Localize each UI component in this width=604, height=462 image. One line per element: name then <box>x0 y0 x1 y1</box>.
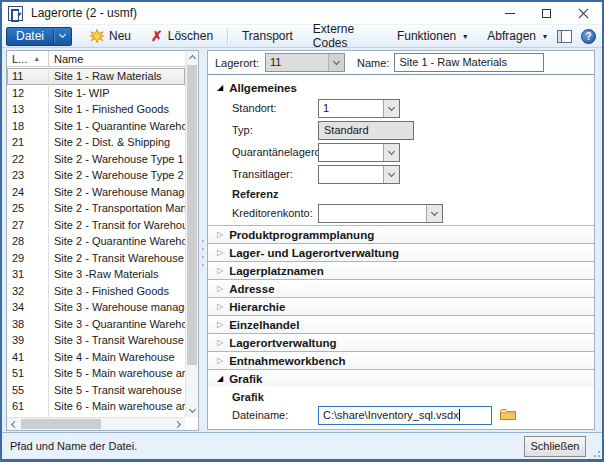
list-row[interactable]: 31Site 3 -Raw Materials <box>7 266 185 283</box>
queries-menu-button[interactable]: Abfragen ▾ <box>477 25 557 47</box>
quarantaene-label: Quarantänelagerort: <box>232 143 318 162</box>
list-row[interactable]: 23Site 2 - Warehouse Type 2 (for W. <box>7 167 185 184</box>
list-cell-name: Site 3 -Raw Materials <box>49 266 185 283</box>
scroll-up-button[interactable] <box>186 51 199 64</box>
external-codes-button[interactable]: Externe Codes <box>303 25 387 47</box>
chevron-down-icon <box>388 148 395 155</box>
details-pane: Lagerort: 11 Name: Site 1 - Raw Material… <box>207 50 595 430</box>
horizontal-scroll-thumb[interactable] <box>21 419 101 429</box>
functions-menu-button[interactable]: Funktionen ▾ <box>387 25 477 47</box>
combo-dropdown-button[interactable] <box>383 166 399 183</box>
combo-dropdown-button[interactable] <box>426 205 442 222</box>
quarantaene-combo[interactable] <box>318 143 400 162</box>
fasttab-allgemeines[interactable]: ◢ Allgemeines <box>208 79 594 97</box>
list-row[interactable]: 41Site 4 - Main Warehouse <box>7 349 185 366</box>
list-row[interactable]: 18Site 1 - Quarantine Warehouse <box>7 118 185 135</box>
fasttab-title: Lagerortverwaltung <box>229 337 336 349</box>
delete-button[interactable]: ✗ Löschen <box>141 25 223 47</box>
pane-splitter[interactable] <box>201 240 205 266</box>
collapsed-triangle-icon: ▷ <box>217 285 223 293</box>
name-label: Name: <box>357 57 389 69</box>
resize-grip[interactable] <box>590 447 600 457</box>
list-cell-name: Site 3 - Warehouse managed go.. <box>49 299 185 316</box>
lagerort-combo[interactable]: 11 <box>265 53 345 72</box>
list-row[interactable]: 21Site 2 - Dist. & Shipping <box>7 134 185 151</box>
combo-dropdown-button[interactable] <box>383 144 399 161</box>
list-cell-id: 61 <box>7 398 49 415</box>
fasttab-title: Produktprogrammplanung <box>229 229 374 241</box>
dateiname-input[interactable]: C:\share\Inventory_sql.vsdx <box>318 406 492 425</box>
list-row[interactable]: 27Site 2 - Transit for Warehouse M... <box>7 217 185 234</box>
close-button[interactable] <box>565 2 602 24</box>
list-cell-id: 51 <box>7 365 49 382</box>
fasttab-title: Lager- und Lagerortverwaltung <box>229 247 399 259</box>
standort-label: Standort: <box>232 99 318 118</box>
minimize-button[interactable] <box>491 2 528 24</box>
list-cell-id: 34 <box>7 299 49 316</box>
fasttab-einzelhandel[interactable]: ▷Einzelhandel <box>208 315 594 333</box>
list-row[interactable]: 38Site 3 - Quarantine Warehouse <box>7 316 185 333</box>
standort-combo[interactable]: 1 <box>318 99 400 118</box>
fasttab-produktprogrammplanung[interactable]: ▷Produktprogrammplanung <box>208 225 594 243</box>
vertical-scroll-thumb[interactable] <box>187 65 197 365</box>
chevron-down-icon <box>388 170 395 177</box>
fasttab-hierarchie[interactable]: ▷Hierarchie <box>208 297 594 315</box>
list-cell-name: Site 6 - Main warehouse and mi.. <box>49 398 185 415</box>
list-row[interactable]: 24Site 2 - Warehouse Management <box>7 184 185 201</box>
list-cell-name: Site 2 - Warehouse Type 1 (for W. <box>49 151 185 168</box>
minimize-icon <box>505 13 515 14</box>
schliessen-button[interactable]: Schließen <box>524 436 586 457</box>
folder-icon <box>500 408 516 421</box>
list-cell-id: 12 <box>7 85 49 102</box>
fasttab-adresse[interactable]: ▷Adresse <box>208 279 594 297</box>
fasttab-title: Einzelhandel <box>229 319 299 331</box>
transitlager-row: Transitlager: <box>232 165 400 184</box>
list-row[interactable]: 61Site 6 - Main warehouse and mi.. <box>7 398 185 415</box>
referenz-heading: Referenz <box>232 188 278 200</box>
list-row[interactable]: 13Site 1 - Finished Goods <box>7 101 185 118</box>
list-row[interactable]: 55Site 5 - Transit warehouse for W.. <box>7 382 185 399</box>
fasttab-grafik[interactable]: ◢ Grafik <box>208 369 594 387</box>
transitlager-combo[interactable] <box>318 165 400 184</box>
fasttab-lager-und-lagerortverwaltung[interactable]: ▷Lager- und Lagerortverwaltung <box>208 243 594 261</box>
new-button[interactable]: Neu <box>80 25 141 47</box>
vertical-scrollbar[interactable] <box>185 51 198 417</box>
list-row[interactable]: 51Site 5 - Main warehouse and mi.. <box>7 365 185 382</box>
horizontal-scrollbar[interactable] <box>7 417 185 430</box>
combo-dropdown-button[interactable] <box>328 54 344 71</box>
kreditor-combo[interactable] <box>318 204 443 223</box>
maximize-button[interactable] <box>528 2 565 24</box>
list-cell-id: 28 <box>7 233 49 250</box>
external-codes-label: Externe Codes <box>313 22 377 50</box>
list-cell-name: Site 4 - Main Warehouse <box>49 349 185 366</box>
list-row[interactable]: 22Site 2 - Warehouse Type 1 (for W. <box>7 151 185 168</box>
combo-dropdown-button[interactable] <box>383 100 399 117</box>
fasttab-lagerplatznamen[interactable]: ▷Lagerplatznamen <box>208 261 594 279</box>
list-row[interactable]: 29Site 2 - Transit Warehouse <box>7 250 185 267</box>
list-row[interactable]: 25Site 2 - Transportation Manage... <box>7 200 185 217</box>
list-row[interactable]: 12Site 1- WIP <box>7 85 185 102</box>
scroll-right-button[interactable] <box>172 418 185 431</box>
help-icon[interactable]: ? <box>581 29 596 44</box>
browse-folder-button[interactable] <box>498 406 517 422</box>
list-row[interactable]: 39Site 3 - Transit Warehouse <box>7 332 185 349</box>
typ-field[interactable]: Standard <box>318 121 414 140</box>
file-menu-button[interactable]: Datei <box>6 27 72 46</box>
list-row[interactable]: 32Site 3 - Finished Goods <box>7 283 185 300</box>
column-header-id[interactable]: L... ▲ <box>7 51 49 66</box>
scroll-left-button[interactable] <box>7 418 20 431</box>
grafik-subheading: Grafik <box>232 391 264 403</box>
list-row[interactable]: 28Site 2 - Quarantine Warehouse <box>7 233 185 250</box>
name-input[interactable]: Site 1 - Raw Materials <box>394 53 544 72</box>
list-row[interactable]: 34Site 3 - Warehouse managed go.. <box>7 299 185 316</box>
list-row[interactable]: 11Site 1 - Raw Materials <box>7 68 185 85</box>
transport-button[interactable]: Transport <box>232 25 303 47</box>
fasttab-lagerortverwaltung[interactable]: ▷Lagerortverwaltung <box>208 333 594 351</box>
list-cell-name: Site 1 - Raw Materials <box>49 68 185 85</box>
column-header-name[interactable]: Name <box>49 51 185 66</box>
fasttab-entnahmeworkbench[interactable]: ▷Entnahmeworkbench <box>208 351 594 369</box>
scroll-down-button[interactable] <box>186 404 199 417</box>
list-header: L... ▲ Name <box>7 51 185 67</box>
sort-ascending-icon: ▲ <box>33 55 40 62</box>
window-layout-icon[interactable] <box>557 30 572 43</box>
